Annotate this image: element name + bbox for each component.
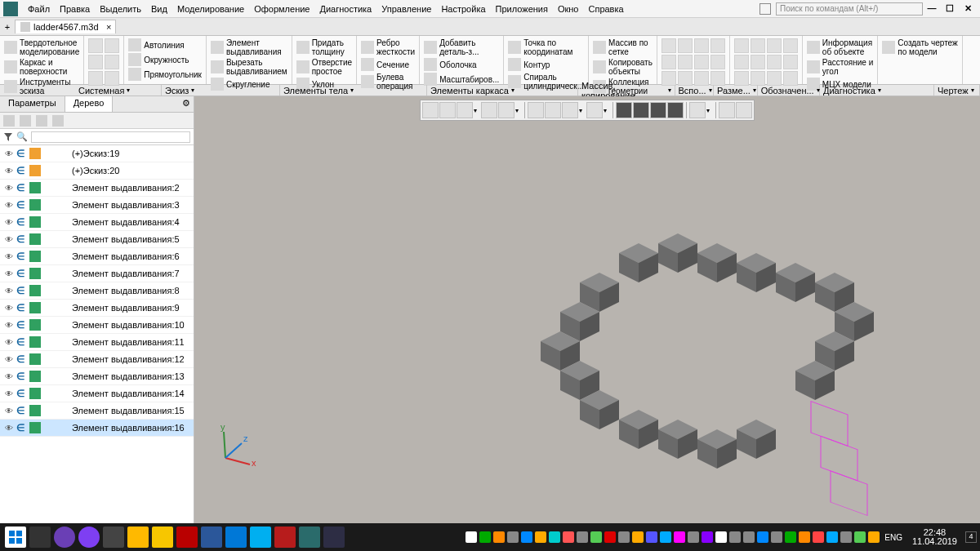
visibility-icon[interactable]: 👁	[3, 355, 15, 364]
tray-icon-26[interactable]	[826, 531, 838, 543]
ribbon-btn[interactable]: Окружность	[127, 52, 203, 67]
ribbon-icon[interactable]	[662, 38, 676, 53]
ribbon-icon[interactable]	[751, 71, 765, 86]
3d-viewport[interactable]: ▾▾▾▾▾	[194, 96, 980, 523]
ribbon-icon[interactable]	[105, 55, 119, 69]
visibility-icon[interactable]: 👁	[3, 149, 15, 158]
ribbon-btn[interactable]: Элементвыдавливания	[210, 38, 288, 57]
ribbon-icon[interactable]	[678, 55, 693, 69]
ribbon-category[interactable]: Диагностика▾	[820, 85, 934, 96]
ribbon-category[interactable]: Системная▾	[75, 85, 162, 96]
skype-app[interactable]	[250, 527, 271, 548]
dropdown-icon[interactable]: ▾	[515, 102, 522, 118]
ribbon-icon[interactable]	[734, 55, 749, 69]
include-icon[interactable]: ∈	[15, 165, 26, 176]
tree-tool-1[interactable]	[3, 115, 15, 127]
viewport-grid-button[interactable]	[422, 102, 439, 118]
menu-Вид[interactable]: Вид	[146, 2, 172, 16]
tray-icon-19[interactable]	[729, 531, 741, 543]
tab-close-button[interactable]: ×	[106, 22, 111, 32]
viewport-zoom-button[interactable]	[457, 102, 473, 118]
tray-icon-14[interactable]	[660, 531, 671, 543]
tree-item[interactable]: 👁∈Элемент выдавливания:16	[0, 420, 194, 437]
taskbar-app-1[interactable]	[54, 527, 75, 548]
menu-Управление[interactable]: Управление	[376, 2, 436, 16]
tray-icon-2[interactable]	[493, 531, 505, 543]
include-icon[interactable]: ∈	[15, 405, 26, 416]
visibility-icon[interactable]: 👁	[3, 252, 15, 261]
viewport-meas-button[interactable]	[719, 102, 735, 118]
viewport-dark-button[interactable]	[616, 102, 632, 118]
new-tab-button[interactable]: +	[0, 22, 15, 32]
tray-icon-5[interactable]	[535, 531, 546, 543]
tray-icon-28[interactable]	[854, 531, 866, 543]
ribbon-btn[interactable]: Копироватьобъекты	[592, 57, 653, 77]
ribbon-icon[interactable]	[694, 38, 709, 53]
viewport-cam-button[interactable]	[586, 102, 603, 118]
solidworks-app[interactable]	[274, 527, 296, 548]
ribbon-btn[interactable]: Расстояние иугол	[806, 57, 874, 77]
ribbon-icon[interactable]	[734, 71, 749, 86]
dropdown-icon[interactable]: ▾	[579, 102, 586, 118]
ribbon-category[interactable]: Массив, копирование▾	[578, 85, 675, 96]
ribbon-btn[interactable]: Добавитьдеталь-з...	[423, 38, 500, 57]
tree-item[interactable]: 👁∈Элемент выдавливания:6	[0, 248, 194, 265]
tree-item[interactable]: 👁∈Элемент выдавливания:5	[0, 231, 194, 248]
tray-icon-1[interactable]	[479, 531, 491, 543]
tab-tree[interactable]: Дерево	[65, 96, 114, 112]
document-tab[interactable]: ladder4567.m3d ×	[15, 20, 116, 33]
tray-icon-18[interactable]	[715, 531, 727, 543]
menu-Настройка[interactable]: Настройка	[436, 2, 490, 16]
notification-button[interactable]: 4	[965, 531, 977, 543]
tree-item[interactable]: 👁∈(+)Эскиз:19	[0, 145, 194, 162]
visibility-icon[interactable]: 👁	[3, 218, 15, 227]
ribbon-icon[interactable]	[767, 38, 782, 53]
tree-item[interactable]: 👁∈Элемент выдавливания:11	[0, 334, 194, 351]
ribbon-category[interactable]: Чертеж▾	[934, 85, 980, 96]
visibility-icon[interactable]: 👁	[3, 424, 15, 433]
visibility-icon[interactable]: 👁	[3, 304, 15, 313]
ribbon-btn[interactable]: Массив посетке	[592, 38, 653, 57]
ribbon-icon[interactable]	[105, 71, 119, 86]
visibility-icon[interactable]: 👁	[3, 184, 15, 193]
ribbon-btn[interactable]: Создать чертежпо модели	[881, 38, 959, 57]
viewport-axis-button[interactable]	[439, 102, 456, 118]
tray-icon-21[interactable]	[757, 531, 768, 543]
include-icon[interactable]: ∈	[15, 422, 26, 433]
include-icon[interactable]: ∈	[15, 302, 26, 313]
include-icon[interactable]: ∈	[15, 268, 26, 279]
menu-Выделить[interactable]: Выделить	[95, 2, 146, 16]
ribbon-btn[interactable]: Придатьтолщину	[296, 38, 353, 57]
include-icon[interactable]: ∈	[15, 319, 26, 331]
ribbon-icon[interactable]	[710, 38, 725, 53]
tray-icon-9[interactable]	[590, 531, 602, 543]
ribbon-btn[interactable]: Инструментыэскиза	[3, 77, 80, 96]
taskbar-app-9[interactable]	[323, 527, 345, 548]
tree-item[interactable]: 👁∈(+)Эскиз:20	[0, 162, 194, 180]
word-app[interactable]	[201, 527, 222, 548]
ribbon-icon[interactable]	[783, 38, 798, 53]
tray-icon-15[interactable]	[674, 531, 685, 543]
tray-icon-27[interactable]	[840, 531, 852, 543]
include-icon[interactable]: ∈	[15, 285, 26, 296]
tray-icon-29[interactable]	[868, 531, 880, 543]
tree-item[interactable]: 👁∈Элемент выдавливания:13	[0, 368, 194, 385]
tray-icon-7[interactable]	[563, 531, 574, 543]
tray-icon-25[interactable]	[813, 531, 824, 543]
menu-Правка[interactable]: Правка	[55, 2, 95, 16]
viewport-fit-button[interactable]	[481, 102, 497, 118]
command-search[interactable]: Поиск по командам (Alt+/)	[776, 2, 923, 16]
tray-icon-22[interactable]	[771, 531, 782, 543]
ribbon-btn[interactable]: Контур	[507, 57, 585, 72]
taskview-button[interactable]	[29, 527, 51, 548]
tray-icon-12[interactable]	[632, 531, 644, 543]
ribbon-icon[interactable]	[662, 55, 676, 69]
tree-item[interactable]: 👁∈Элемент выдавливания:10	[0, 317, 194, 334]
tree-tool-3[interactable]	[36, 115, 47, 127]
tree-item[interactable]: 👁∈Элемент выдавливания:8	[0, 282, 194, 300]
tray-icon-4[interactable]	[521, 531, 532, 543]
include-icon[interactable]: ∈	[15, 216, 26, 228]
ribbon-icon[interactable]	[105, 38, 119, 53]
viewport-cube-button[interactable]	[528, 102, 544, 118]
viewport-dark-button[interactable]	[633, 102, 649, 118]
